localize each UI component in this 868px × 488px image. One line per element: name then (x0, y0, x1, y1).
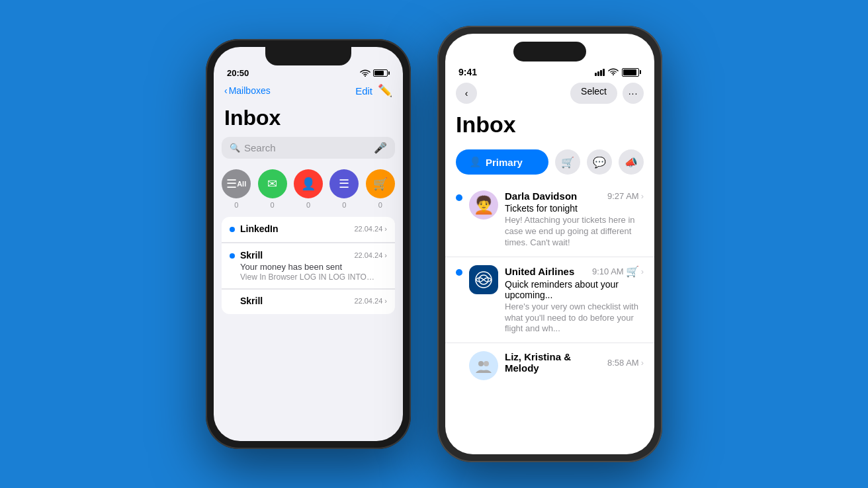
time-lkm: 8:58 AM › (607, 358, 644, 368)
time-darla: 9:27 AM › (607, 191, 644, 201)
wifi-icon-2 (608, 67, 619, 77)
filter-docs[interactable]: ☰ 0 (329, 169, 359, 209)
phone1-device: 20:50 ‹ Mailboxes (206, 39, 411, 449)
person-icon-tab: 👤 (469, 156, 482, 168)
nav-bar-2: ‹ Select ··· (445, 80, 654, 109)
all-label: All (237, 180, 246, 188)
mail-content-lkm: Liz, Kristina & Melody 8:58 AM › (505, 351, 644, 375)
filter-all[interactable]: ☰ All 0 (222, 169, 251, 209)
mail-header-lkm: Liz, Kristina & Melody 8:58 AM › (505, 351, 644, 374)
all-icon: ☰ (226, 177, 237, 191)
filter-count-all: 0 (234, 201, 238, 209)
avatar-lkm (469, 351, 498, 380)
more-button[interactable]: ··· (623, 83, 644, 104)
mail-item-skrill-2[interactable]: Skrill 22.04.24 › (222, 289, 395, 314)
mail-header-linkedin: LinkedIn 22.04.24 › (240, 224, 387, 234)
unread-icon: ✉ (267, 177, 277, 191)
search-icon-1: 🔍 (230, 143, 240, 153)
subject-ua: Quick reminders about your upcoming... (505, 279, 644, 300)
mail-content-skrill: Skrill 22.04.24 › Your money has been se… (240, 250, 387, 282)
unread-dot-skrill (230, 253, 235, 259)
time-linkedin: 22.04.24 › (354, 225, 387, 233)
time-1: 20:50 (227, 68, 249, 78)
unread-dot-darla (456, 194, 462, 201)
phone1-screen: 20:50 ‹ Mailboxes (214, 47, 403, 441)
mail-item-ua[interactable]: United Airlines 9:10 AM 🛒 › Quick remind… (445, 257, 654, 344)
status-icons-1 (360, 69, 390, 78)
status-icons-2 (595, 67, 641, 77)
subject-skrill: Your money has been sent (240, 262, 387, 272)
search-input-1[interactable]: Search (244, 142, 370, 153)
filter-circle-all: ☰ All (222, 169, 251, 198)
mic-icon-1[interactable]: 🎤 (374, 142, 387, 154)
sender-linkedin: LinkedIn (240, 224, 279, 234)
sender-ua: United Airlines (505, 266, 574, 277)
filter-contacts[interactable]: 👤 0 (294, 169, 323, 209)
sender-skrill: Skrill (240, 250, 263, 261)
avatar-darla: 🧑‍🦱 (469, 190, 498, 220)
shopping-icon: 🛒 (373, 177, 388, 191)
signal-icon-2 (595, 69, 605, 76)
edit-button-1[interactable]: Edit (355, 85, 372, 97)
scene: 20:50 ‹ Mailboxes (206, 26, 662, 462)
preview-darla: Hey! Attaching your tickets here in case… (505, 215, 644, 249)
battery-icon-2 (622, 68, 641, 77)
contacts-icon: 👤 (301, 177, 316, 191)
mail-header-ua: United Airlines 9:10 AM 🛒 › (505, 265, 644, 278)
filter-count-unread: 0 (271, 201, 275, 209)
filter-unread[interactable]: ✉ 0 (258, 169, 287, 209)
nav-bar-1: ‹ Mailboxes Edit ✏️ (214, 81, 403, 103)
svg-point-3 (484, 361, 489, 366)
unread-dot-ua (456, 269, 462, 276)
wifi-icon-1 (360, 69, 370, 78)
mail-item-skrill-1[interactable]: Skrill 22.04.24 › Your money has been se… (222, 243, 395, 289)
compose-button-1[interactable]: ✏️ (378, 83, 392, 98)
sender-skrill-2: Skrill (240, 296, 263, 306)
filter-circle-unread: ✉ (258, 169, 287, 198)
mail-item-darla[interactable]: 🧑‍🦱 Darla Davidson 9:27 AM › Tickets for… (445, 183, 654, 257)
search-bar-1[interactable]: 🔍 Search 🎤 (222, 137, 395, 159)
mail-content-darla: Darla Davidson 9:27 AM › Tickets for ton… (505, 190, 644, 249)
preview-skrill: View In Browser LOG IN LOG INTO YOUR ACC… (240, 272, 387, 282)
svg-point-2 (478, 361, 484, 366)
time-skrill-2: 22.04.24 › (354, 297, 387, 305)
tab-primary-label: Primary (486, 157, 523, 168)
phone2-screen: 9:41 (445, 34, 654, 454)
back-button-2[interactable]: ‹ (456, 83, 477, 104)
inbox-title-2: Inbox (445, 109, 654, 144)
filter-count-docs: 0 (342, 201, 346, 209)
nav-actions-1: Edit ✏️ (355, 83, 392, 98)
category-tabs: 👤 Primary 🛒 💬 📣 (445, 144, 654, 183)
battery-icon-1 (373, 69, 390, 77)
mail-content-linkedin: LinkedIn 22.04.24 › (240, 224, 387, 235)
tab-primary[interactable]: 👤 Primary (456, 149, 548, 175)
filter-shopping[interactable]: 🛒 0 (366, 169, 395, 209)
mail-item-linkedin[interactable]: LinkedIn 22.04.24 › (222, 217, 395, 243)
preview-ua: Here's your very own checklist with what… (505, 302, 644, 335)
mail-header-skrill: Skrill 22.04.24 › (240, 250, 387, 261)
mail-content-skrill-2: Skrill 22.04.24 › (240, 296, 387, 307)
shopping-badge-ua: 🛒 (626, 265, 639, 278)
docs-icon: ☰ (339, 177, 349, 191)
avatar-ua (469, 265, 498, 294)
filter-circle-docs: ☰ (329, 169, 359, 198)
mail-header-darla: Darla Davidson 9:27 AM › (505, 190, 644, 202)
back-mailboxes[interactable]: ‹ Mailboxes (224, 85, 271, 96)
sender-lkm: Liz, Kristina & Melody (505, 351, 607, 374)
mail-header-skrill-2: Skrill 22.04.24 › (240, 296, 387, 306)
time-2: 9:41 (458, 67, 477, 77)
mail-list-1: LinkedIn 22.04.24 › Skrill 22.04.24 › Yo… (222, 217, 395, 314)
mail-item-lkm[interactable]: Liz, Kristina & Melody 8:58 AM › (445, 343, 654, 388)
chevron-left-icon: ‹ (224, 85, 228, 96)
tab-shopping[interactable]: 🛒 (555, 149, 580, 175)
unread-dot-linkedin (230, 227, 235, 232)
tab-promo[interactable]: 📣 (619, 149, 644, 175)
select-button[interactable]: Select (570, 83, 617, 104)
filter-count-contacts: 0 (306, 201, 310, 209)
inbox-title-1: Inbox (214, 103, 403, 137)
subject-darla: Tickets for tonight (505, 203, 644, 214)
mail-list-2: 🧑‍🦱 Darla Davidson 9:27 AM › Tickets for… (445, 183, 654, 388)
tab-chat[interactable]: 💬 (587, 149, 612, 175)
filter-circle-shopping: 🛒 (366, 169, 395, 198)
time-ua: 9:10 AM 🛒 › (592, 265, 644, 278)
